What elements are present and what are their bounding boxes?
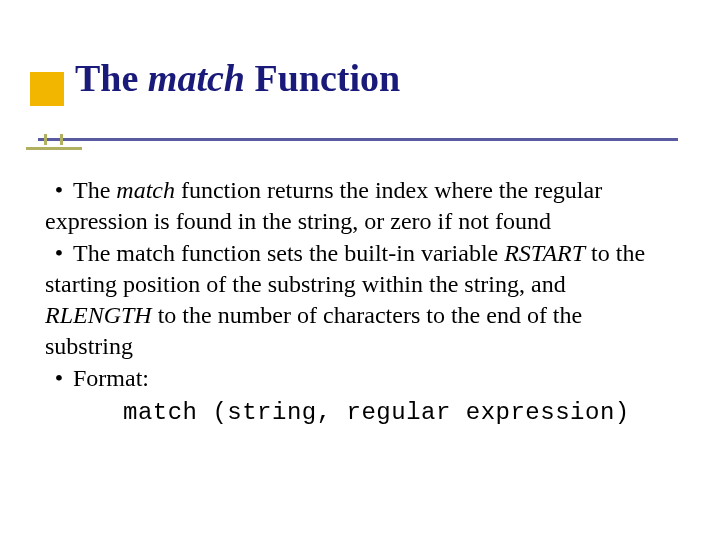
slide-title: The match Function <box>75 58 720 100</box>
title-pre: The <box>75 57 148 99</box>
b1-em: match <box>116 177 175 203</box>
accent-square-icon <box>30 72 64 106</box>
bullet-item-2: •The match function sets the built-in va… <box>45 238 675 361</box>
body-text: •The match function returns the index wh… <box>45 175 675 429</box>
b2-em2: RLENGTH <box>45 302 152 328</box>
slide: The match Function •The match function r… <box>0 0 720 540</box>
header: The match Function <box>0 0 720 158</box>
title-post: Function <box>245 57 400 99</box>
underline-short <box>26 147 82 150</box>
bullet-item-3: •Format: <box>45 363 675 394</box>
underline-tick <box>44 134 47 145</box>
b3-text: Format: <box>73 365 149 391</box>
b2-em1: RSTART <box>504 240 585 266</box>
bullet-dot-icon: • <box>45 238 73 269</box>
title-emphasis: match <box>148 57 245 99</box>
title-underline-icon <box>0 138 720 158</box>
b1-pre: The <box>73 177 116 203</box>
bullet-dot-icon: • <box>45 175 73 206</box>
underline-long <box>38 138 678 141</box>
code-format: match (string, regular expression) <box>45 398 675 429</box>
bullet-item-1: •The match function returns the index wh… <box>45 175 675 236</box>
b2-pre: The match function sets the built-in var… <box>73 240 504 266</box>
bullet-dot-icon: • <box>45 363 73 394</box>
underline-tick <box>60 134 63 145</box>
